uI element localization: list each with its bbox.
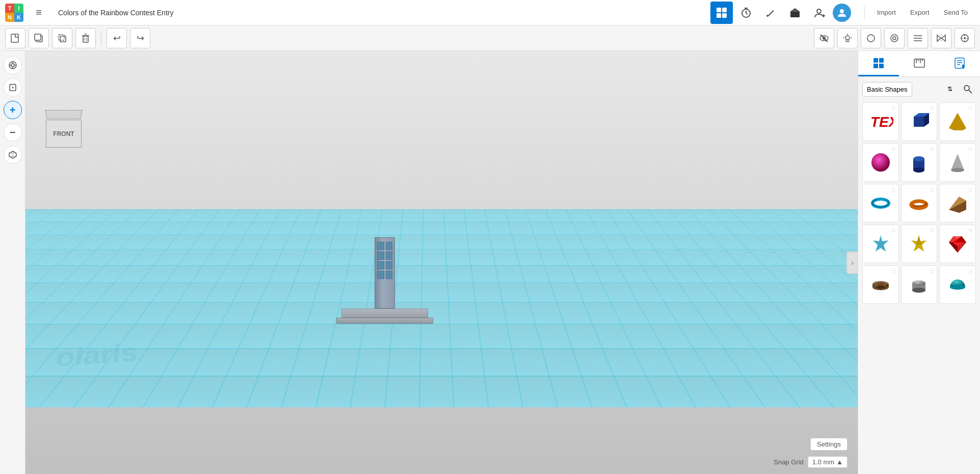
3d-scene[interactable]: olaris [25, 51, 858, 474]
svg-point-37 [893, 37, 896, 40]
shape-item-pyramid[interactable]: ☆ [939, 102, 976, 141]
shape-item-star-flat[interactable]: ☆ [862, 225, 899, 263]
toolbar-separator-1 [101, 31, 101, 46]
viewport[interactable]: FRONT [25, 51, 858, 474]
delete-icon [81, 33, 91, 43]
window-2 [386, 242, 393, 250]
undo-button[interactable]: ↩ [107, 28, 127, 48]
tab-ruler[interactable] [899, 51, 940, 76]
shape-category-select[interactable]: Basic Shapes [862, 82, 912, 97]
collapse-panel-button[interactable]: › [846, 252, 858, 274]
svg-point-29 [845, 36, 850, 40]
export-button[interactable]: Export [903, 6, 937, 19]
delete-button[interactable] [75, 28, 96, 48]
toolbar-right-buttons [814, 28, 975, 48]
add-person-button[interactable] [808, 2, 831, 24]
star-star-flat[interactable]: ☆ [891, 227, 896, 234]
window-8 [386, 271, 393, 279]
timer-button[interactable] [735, 2, 757, 24]
shape-item-cylinder-flat[interactable]: ☆ [901, 265, 938, 304]
send-to-button[interactable]: Send To [937, 6, 975, 19]
tab-notes[interactable] [939, 51, 980, 76]
shapes-grid: ☆ TEXT ☆ ☆ [862, 102, 976, 304]
svg-rect-0 [717, 8, 721, 12]
snap-grid-select[interactable]: 1.0 mm ▲ [808, 456, 847, 468]
zoom-out-button[interactable]: − [4, 123, 22, 142]
duplicate-button[interactable] [52, 28, 72, 48]
shape-visual-cylinder [906, 150, 932, 175]
star-sphere[interactable]: ☆ [891, 146, 896, 153]
settings-button[interactable]: Settings [810, 438, 847, 451]
window-1 [377, 242, 384, 250]
shape-item-star-3d[interactable]: ☆ [901, 225, 938, 263]
star-cylinder[interactable]: ☆ [929, 146, 935, 153]
shape-item-torus-orange[interactable]: ☆ [901, 184, 938, 222]
export-box-button[interactable] [784, 2, 806, 24]
search-icon [963, 84, 973, 94]
avatar[interactable] [833, 4, 851, 22]
svg-point-110 [876, 283, 885, 286]
shape-item-cylinder[interactable]: ☆ [901, 143, 938, 182]
snap-grid-arrow: ▲ [836, 458, 843, 466]
star-text[interactable]: ☆ [891, 105, 896, 112]
mirror-button[interactable] [931, 28, 951, 48]
shape-item-ring[interactable]: ☆ [862, 265, 899, 304]
home-view-button[interactable] [4, 56, 22, 74]
tools-button[interactable] [759, 2, 782, 24]
svg-rect-67 [914, 59, 924, 67]
star-box[interactable]: ☆ [929, 105, 935, 112]
copy-button[interactable] [29, 28, 49, 48]
svg-point-116 [912, 288, 925, 293]
light-button[interactable] [837, 28, 858, 48]
building-model[interactable] [336, 237, 433, 324]
align-button[interactable] [908, 28, 928, 48]
shape-item-gem[interactable]: ☆ [939, 225, 976, 263]
svg-rect-64 [879, 58, 884, 63]
redo-button[interactable]: ↪ [130, 28, 150, 48]
star-wedge[interactable]: ☆ [968, 186, 973, 193]
star-pyramid[interactable]: ☆ [968, 105, 973, 112]
zoom-in-button[interactable]: + [4, 101, 22, 119]
tinkercad-logo[interactable]: T I N K [5, 4, 23, 22]
tab-shapes[interactable] [858, 51, 899, 76]
hide-button[interactable] [814, 28, 834, 48]
shape-item-half-sphere[interactable]: ☆ [939, 265, 976, 304]
shape-item-wedge[interactable]: ☆ [939, 184, 976, 222]
star-torus-orange[interactable]: ☆ [929, 186, 935, 193]
top-bar: T I N K ≡ Colors of the Rainbow Contest … [0, 0, 980, 25]
home-icon [8, 61, 17, 70]
star-half-sphere[interactable]: ☆ [968, 268, 973, 275]
svg-marker-84 [949, 113, 966, 130]
zoom-in-icon: + [10, 104, 16, 116]
star-ring[interactable]: ☆ [891, 268, 896, 275]
3d-view-button[interactable] [4, 146, 22, 164]
svg-point-51 [11, 64, 14, 67]
menu-button[interactable]: ≡ [29, 3, 49, 23]
ruler-button[interactable] [955, 28, 975, 48]
timer-icon [740, 7, 752, 18]
star-torus[interactable]: ☆ [891, 186, 896, 193]
snap-grid-value: 1.0 mm [812, 458, 834, 466]
fit-view-button[interactable] [4, 78, 22, 97]
star-cone[interactable]: ☆ [968, 146, 973, 153]
hide-icon [819, 33, 829, 43]
shape-item-sphere[interactable]: ☆ [862, 143, 899, 182]
new-button[interactable] [5, 28, 25, 48]
tools-icon [765, 7, 776, 18]
shape-item-box[interactable]: ☆ [901, 102, 938, 141]
mirror-icon [936, 33, 946, 43]
import-button[interactable]: Import [870, 6, 903, 19]
svg-marker-41 [937, 35, 941, 41]
star-gem[interactable]: ☆ [968, 227, 973, 234]
ring-shape-button[interactable] [884, 28, 905, 48]
shape-item-text[interactable]: ☆ TEXT [862, 102, 899, 141]
logo-t: T [5, 4, 14, 13]
circle-shape-button[interactable] [861, 28, 881, 48]
star-cylinder-flat[interactable]: ☆ [929, 268, 935, 275]
star-star-3d[interactable]: ☆ [929, 227, 935, 234]
svg-point-12 [817, 9, 821, 13]
shape-item-cone[interactable]: ☆ [939, 143, 976, 182]
shape-item-torus[interactable]: ☆ [862, 184, 899, 222]
search-shapes-button[interactable] [960, 81, 976, 97]
grid-view-button[interactable] [710, 2, 733, 24]
